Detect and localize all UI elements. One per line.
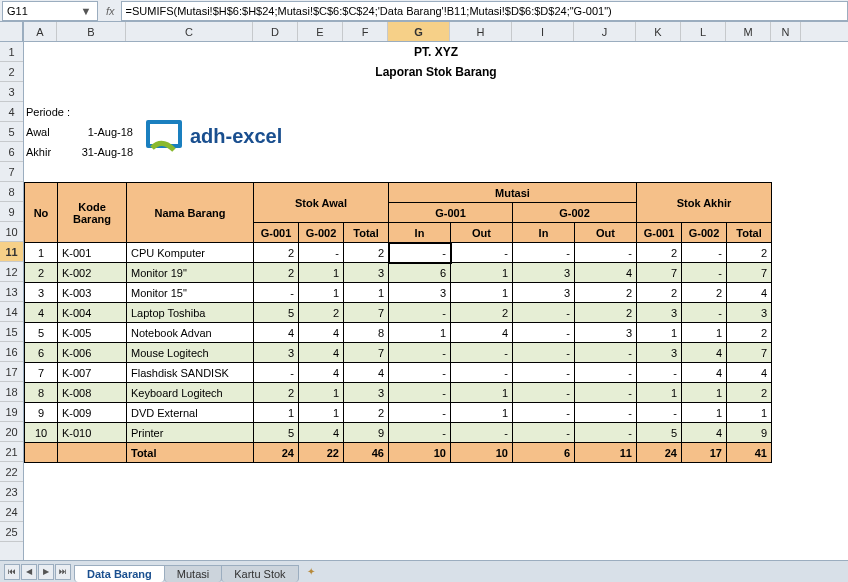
row-header-18[interactable]: 18 bbox=[0, 382, 23, 402]
cell[interactable]: Printer bbox=[127, 423, 254, 443]
cell[interactable]: 11 bbox=[575, 443, 637, 463]
cell[interactable]: 1 bbox=[451, 283, 513, 303]
cell[interactable]: 24 bbox=[637, 443, 682, 463]
cell[interactable]: 4 bbox=[727, 363, 772, 383]
cell[interactable]: 2 bbox=[575, 303, 637, 323]
cell[interactable]: 8 bbox=[344, 323, 389, 343]
table-row[interactable]: 9K-009DVD External112-1---11 bbox=[25, 403, 772, 423]
cell[interactable]: - bbox=[254, 283, 299, 303]
th-sk-g002[interactable]: G-002 bbox=[682, 223, 727, 243]
cell[interactable]: 10 bbox=[451, 443, 513, 463]
cell[interactable]: K-004 bbox=[58, 303, 127, 323]
cell[interactable]: - bbox=[575, 243, 637, 263]
sheet-content[interactable]: PT. XYZ Laporan Stok Barang Periode : Aw… bbox=[24, 42, 848, 463]
report-table[interactable]: No Kode Barang Nama Barang Stok Awal Mut… bbox=[24, 182, 772, 463]
col-header-E[interactable]: E bbox=[298, 22, 343, 41]
cell[interactable]: - bbox=[513, 323, 575, 343]
cell[interactable]: Total bbox=[127, 443, 254, 463]
cell[interactable]: - bbox=[637, 403, 682, 423]
th-m1-out[interactable]: Out bbox=[451, 223, 513, 243]
cell[interactable]: 1 bbox=[637, 323, 682, 343]
table-row[interactable]: 10K-010Printer549----549 bbox=[25, 423, 772, 443]
cell[interactable]: 4 bbox=[299, 343, 344, 363]
cell[interactable]: 41 bbox=[727, 443, 772, 463]
cell[interactable]: 2 bbox=[575, 283, 637, 303]
cell[interactable]: K-008 bbox=[58, 383, 127, 403]
tab-first-icon[interactable]: ⏮ bbox=[4, 564, 20, 580]
insert-sheet-icon[interactable]: ✦ bbox=[301, 564, 321, 580]
cell[interactable]: Laptop Toshiba bbox=[127, 303, 254, 323]
cell[interactable]: 1 bbox=[299, 283, 344, 303]
cell[interactable]: 2 bbox=[727, 323, 772, 343]
cell[interactable]: K-007 bbox=[58, 363, 127, 383]
table-row[interactable]: 8K-008Keyboard Logitech213-1--112 bbox=[25, 383, 772, 403]
cell[interactable]: 3 bbox=[344, 263, 389, 283]
row-header-5[interactable]: 5 bbox=[0, 122, 23, 142]
cell[interactable]: - bbox=[254, 363, 299, 383]
row-header-2[interactable]: 2 bbox=[0, 62, 23, 82]
formula-input[interactable]: =SUMIFS(Mutasi!$H$6:$H$24;Mutasi!$C$6:$C… bbox=[121, 1, 848, 21]
cell[interactable]: 4 bbox=[682, 423, 727, 443]
col-header-I[interactable]: I bbox=[512, 22, 574, 41]
cell[interactable]: 1 bbox=[299, 383, 344, 403]
cell[interactable]: Keyboard Logitech bbox=[127, 383, 254, 403]
row-header-12[interactable]: 12 bbox=[0, 262, 23, 282]
table-row[interactable]: 4K-004Laptop Toshiba527-2-23-3 bbox=[25, 303, 772, 323]
cell[interactable]: 9 bbox=[727, 423, 772, 443]
cell[interactable]: - bbox=[451, 423, 513, 443]
row-header-16[interactable]: 16 bbox=[0, 342, 23, 362]
cell[interactable]: - bbox=[513, 363, 575, 383]
th-mutasi-g001[interactable]: G-001 bbox=[389, 203, 513, 223]
cell[interactable]: 1 bbox=[389, 323, 451, 343]
cell[interactable]: 4 bbox=[682, 343, 727, 363]
cell[interactable]: 3 bbox=[513, 283, 575, 303]
cell[interactable]: 4 bbox=[575, 263, 637, 283]
row-header-14[interactable]: 14 bbox=[0, 302, 23, 322]
row-header-7[interactable]: 7 bbox=[0, 162, 23, 182]
cell[interactable]: - bbox=[389, 403, 451, 423]
cell[interactable]: 8 bbox=[25, 383, 58, 403]
cell[interactable]: - bbox=[513, 403, 575, 423]
row-header-17[interactable]: 17 bbox=[0, 362, 23, 382]
cell[interactable]: 17 bbox=[682, 443, 727, 463]
th-kode[interactable]: Kode Barang bbox=[58, 183, 127, 243]
cell[interactable]: - bbox=[682, 243, 727, 263]
cell[interactable]: 3 bbox=[727, 303, 772, 323]
cell[interactable]: 4 bbox=[682, 363, 727, 383]
table-row[interactable]: 5K-005Notebook Advan44814-3112 bbox=[25, 323, 772, 343]
th-sa-total[interactable]: Total bbox=[344, 223, 389, 243]
cell[interactable]: 1 bbox=[25, 243, 58, 263]
cell[interactable]: 1 bbox=[727, 403, 772, 423]
cell[interactable]: 1 bbox=[344, 283, 389, 303]
cell[interactable]: 46 bbox=[344, 443, 389, 463]
col-header-J[interactable]: J bbox=[574, 22, 636, 41]
cell[interactable] bbox=[58, 443, 127, 463]
cell[interactable]: 5 bbox=[254, 423, 299, 443]
cell[interactable]: - bbox=[513, 423, 575, 443]
cell[interactable]: K-001 bbox=[58, 243, 127, 263]
cell[interactable]: 5 bbox=[637, 423, 682, 443]
th-m2-out[interactable]: Out bbox=[575, 223, 637, 243]
col-header-B[interactable]: B bbox=[57, 22, 126, 41]
table-row[interactable]: 2K-002Monitor 19"21361347-7 bbox=[25, 263, 772, 283]
cell[interactable]: - bbox=[389, 303, 451, 323]
col-header-H[interactable]: H bbox=[450, 22, 512, 41]
row-header-15[interactable]: 15 bbox=[0, 322, 23, 342]
table-row[interactable]: 1K-001CPU Komputer2-2----2-2 bbox=[25, 243, 772, 263]
dropdown-icon[interactable]: ▼ bbox=[79, 5, 93, 17]
sheet-tab[interactable]: Kartu Stok bbox=[221, 565, 298, 582]
cell[interactable]: - bbox=[637, 363, 682, 383]
cell[interactable]: Flashdisk SANDISK bbox=[127, 363, 254, 383]
row-header-9[interactable]: 9 bbox=[0, 202, 23, 222]
cell[interactable]: - bbox=[299, 243, 344, 263]
cell[interactable]: - bbox=[451, 363, 513, 383]
cell[interactable]: 7 bbox=[344, 303, 389, 323]
cell[interactable]: CPU Komputer bbox=[127, 243, 254, 263]
cell[interactable]: 1 bbox=[299, 403, 344, 423]
cell[interactable]: 3 bbox=[25, 283, 58, 303]
th-sa-g001[interactable]: G-001 bbox=[254, 223, 299, 243]
cell[interactable]: 7 bbox=[727, 263, 772, 283]
row-header-24[interactable]: 24 bbox=[0, 502, 23, 522]
fx-icon[interactable]: fx bbox=[100, 5, 121, 17]
cell[interactable]: 3 bbox=[254, 343, 299, 363]
